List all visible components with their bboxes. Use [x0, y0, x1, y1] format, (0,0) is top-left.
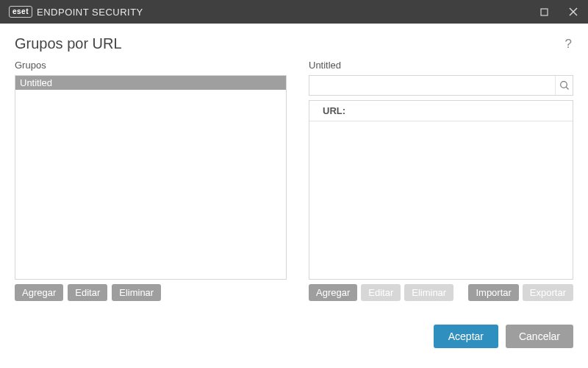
url-list: URL: — [309, 100, 573, 280]
urls-import-button[interactable]: Importar — [468, 284, 518, 301]
search-icon — [559, 80, 570, 91]
content: Grupos Untitled Agregar Editar Eliminar … — [0, 60, 588, 308]
search-input[interactable] — [309, 76, 555, 95]
square-icon — [540, 8, 548, 16]
dialog-footer: Aceptar Cancelar — [0, 308, 588, 363]
page-title: Grupos por URL — [15, 35, 564, 52]
urls-remove-button: Eliminar — [404, 284, 453, 301]
urls-export-button: Exportar — [523, 284, 573, 301]
list-item[interactable]: Untitled — [15, 76, 286, 90]
urls-pane: Untitled URL: Agregar Editar Eliminar Im… — [309, 60, 573, 301]
svg-line-4 — [566, 87, 568, 89]
brand-product: ENDPOINT SECURITY — [37, 7, 143, 18]
help-button[interactable]: ? — [564, 37, 573, 52]
cancel-button[interactable]: Cancelar — [506, 325, 573, 348]
url-column-header[interactable]: URL: — [309, 101, 573, 121]
groups-add-button[interactable]: Agregar — [15, 284, 63, 301]
brand-badge: eset — [9, 6, 32, 18]
groups-pane: Grupos Untitled Agregar Editar Eliminar — [15, 60, 287, 301]
urls-edit-button: Editar — [361, 284, 401, 301]
close-icon — [569, 7, 578, 16]
groups-button-row: Agregar Editar Eliminar — [15, 280, 287, 301]
help-icon: ? — [565, 37, 572, 51]
groups-remove-button[interactable]: Eliminar — [112, 284, 161, 301]
titlebar: eset ENDPOINT SECURITY — [0, 0, 588, 24]
search-bar — [309, 75, 573, 96]
urls-button-row: Agregar Editar Eliminar Importar Exporta… — [309, 280, 573, 301]
window-controls — [529, 0, 588, 24]
svg-point-3 — [560, 82, 567, 88]
close-button[interactable] — [559, 0, 588, 24]
url-list-body[interactable] — [309, 121, 573, 279]
brand: eset ENDPOINT SECURITY — [9, 6, 529, 18]
search-button[interactable] — [555, 76, 573, 95]
urls-add-button[interactable]: Agregar — [309, 284, 357, 301]
svg-rect-0 — [541, 9, 548, 15]
groups-label: Grupos — [15, 60, 287, 71]
urls-title: Untitled — [309, 60, 573, 71]
maximize-button[interactable] — [529, 0, 559, 24]
groups-edit-button[interactable]: Editar — [68, 284, 107, 301]
accept-button[interactable]: Aceptar — [434, 325, 498, 348]
page-header: Grupos por URL ? — [0, 24, 588, 60]
groups-listbox[interactable]: Untitled — [15, 75, 287, 280]
